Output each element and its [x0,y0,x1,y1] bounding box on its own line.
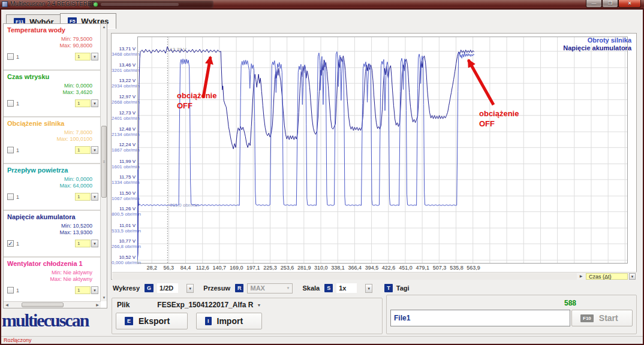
multiecuscan-logo: multiecuscan [2,310,109,331]
scale-select[interactable]: 1 [75,146,91,154]
przesuw-select[interactable]: MAX ▼ [247,283,293,293]
parameter-card: Czas wtrysku Min: 0,0000Max: 3,4620 1 1 … [4,71,101,117]
chevron-down-icon[interactable]: ▼ [91,193,98,201]
parameter-checkbox[interactable] [7,287,14,293]
chart-legend: Obroty silnika Napięcie akumulatora [563,37,631,52]
scroll-right-icon[interactable]: ▶ [578,273,584,280]
scale-select[interactable]: 1 [75,53,91,60]
maximize-button[interactable]: ❐ [602,0,618,8]
scale-select[interactable]: 1 [75,99,91,107]
scroll-up-icon[interactable]: ▲ [101,24,107,31]
import-label: Import [217,316,243,326]
background-window-tab[interactable] [89,1,213,8]
x-axis-label: 310,0 [314,265,328,271]
parameter-checkbox[interactable] [7,193,14,200]
x-axis-label: 507,3 [433,265,447,271]
legend-rpm: Obroty silnika [563,37,631,44]
scale-select[interactable]: 1 [75,286,91,294]
parameter-name: Przepływ powietrza [7,167,98,174]
minimize-button[interactable]: — [586,0,602,8]
x-axis-label: 140,7 [213,265,227,271]
key-badge-i: I [205,317,212,325]
x-axis-label: 366,4 [348,265,362,271]
parameter-card: Obciążenie silnika Min: 7,8000Max: 100,0… [4,117,101,164]
eksport-label: Eksport [139,316,170,326]
scale-select[interactable]: 1 [75,240,91,247]
chevron-down-icon[interactable]: ▼ [91,99,98,107]
x-axis-label: 169,0 [230,265,243,271]
parameter-card: Wentylator chłodzenia 1 Min: Nie aktywny… [4,258,101,301]
parameter-checkbox[interactable]: ✓ [7,240,14,247]
eksport-button[interactable]: E Eksport [116,313,188,329]
file-name-input[interactable]: File1 [390,310,570,326]
scrollbar-thumb[interactable]: ≡ [101,126,107,198]
x-axis-label: 451,0 [399,265,413,271]
chevron-down-icon: ▼ [287,286,290,290]
y-axis-label: 13,22 V2934 obr/min [112,78,136,89]
scroll-right-icon[interactable]: ▶ [94,302,101,308]
x-axis-label: 394,5 [365,265,379,271]
x-axis-label: 56,3 [164,265,174,271]
parameter-checkbox[interactable] [7,147,14,153]
import-button[interactable]: I Import [196,313,262,329]
scrollbar-thumb[interactable] [22,302,64,307]
channel-label: 1 [16,241,19,247]
parameter-minmax: Min: 0,0000Max: 3,4620 [7,83,92,96]
wykresy-select[interactable]: 1/2D [157,283,178,293]
parameter-sidebar: Temperatura wody Min: 79,5000Max: 90,800… [3,23,107,308]
close-button[interactable]: ✕ [618,0,641,8]
parameter-minmax: Min: Nie aktywnyMax: Nie aktywny [7,270,92,283]
scale-select[interactable]: 1 [75,193,91,201]
y-axis-labels: 13,71 V3468 obr/min13,46 V3201 obr/min13… [112,34,137,273]
parameter-name: Czas wtrysku [7,73,98,80]
scrollbar-track[interactable] [112,273,577,280]
przesuw-value: MAX [250,285,264,292]
channel-label: 1 [16,288,19,293]
x-axis-label: 535,8 [450,265,464,271]
chevron-down-icon[interactable]: ▼ [629,273,636,280]
scroll-down-icon[interactable]: ▼ [101,295,107,301]
scroll-left-icon[interactable]: ◀ [4,302,10,308]
plot-area[interactable]: 13,78 V911,0 obr/min [137,37,628,264]
y-axis-label: 12,24 V1867 obr/min [112,142,136,153]
chart-panel: 13,71 V3468 obr/min13,46 V3201 obr/min13… [111,33,637,280]
channel-label: 1 [16,54,19,60]
annotation-text: obciążenieOFF [479,108,519,129]
start-button[interactable]: F10 Start [571,310,633,326]
chevron-down-icon[interactable]: ▼ [91,240,98,247]
file-select[interactable]: FESExp_1504122017_Alfa R [157,301,253,309]
y-axis-label: 13,46 V3201 obr/min [112,62,136,73]
start-label: Start [599,313,618,323]
key-badge-g: G [145,284,154,292]
sidebar-horizontal-scrollbar[interactable]: ◀ ▶ [4,301,101,308]
chart-horizontal-scrollbar[interactable]: ▶ Czas (Δt) ▼ [112,272,637,280]
status-bar: Rozłączony [1,336,643,344]
parameter-checkbox[interactable] [7,53,14,60]
y-axis-label: 11,75 V1334 obr/min [112,174,136,185]
window-title: Multiecuscan 2.4 REGISTERED [10,1,96,7]
chevron-down-icon[interactable]: ▼ [91,146,98,154]
x-axis-labels: 28,256,384,4112,6140,7169,0197,1225,3253… [137,265,629,271]
annotation-text: obciążenieOFF [177,90,216,111]
x-axis-label: 338,1 [331,265,345,271]
key-badge-f10: F10 [580,314,594,322]
app-icon [2,1,8,7]
x-axis-mode-select[interactable]: Czas (Δt) [586,273,628,280]
chevron-down-icon[interactable]: ▼ [91,286,98,294]
parameter-checkbox[interactable] [7,100,14,107]
chevron-down-icon[interactable]: ▼ [257,303,261,307]
chevron-down-icon[interactable]: ▼ [186,284,194,293]
file-groupbox: Plik FESExp_1504122017_Alfa R ▼ E Ekspor… [112,298,383,334]
tagi-button[interactable]: Tagi [396,285,410,292]
parameter-name: Temperatura wody [7,26,98,34]
chevron-down-icon[interactable]: ▼ [365,284,372,293]
x-axis-label: 84,4 [180,265,191,271]
skala-select[interactable]: 1x [336,283,357,293]
channel-label: 1 [16,147,19,153]
title-bar: Multiecuscan 2.4 REGISTERED — ❐ ✕ [0,0,644,9]
record-groupbox: 588 File1 F10 Start [386,295,637,334]
x-axis-label: 422,6 [382,265,396,271]
channel-label: 1 [16,101,19,107]
chevron-down-icon[interactable]: ▼ [91,53,98,60]
sidebar-vertical-scrollbar[interactable]: ▲ ≡ ▼ [100,24,107,301]
